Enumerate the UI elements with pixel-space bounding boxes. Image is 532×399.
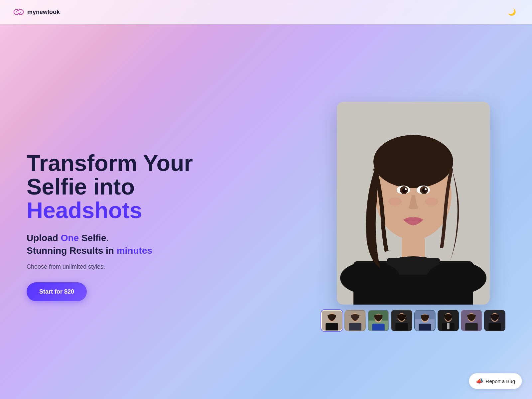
main-content: Transform Your Selfie into Headshots Upl… [0, 24, 532, 399]
hero-text: Transform Your Selfie into Headshots Upl… [27, 131, 226, 302]
main-portrait-card [337, 102, 490, 305]
navbar: mynewlook 🌙 [0, 0, 532, 24]
hero-description: Choose from unlimited styles. [27, 263, 226, 270]
hero-image-area [321, 102, 505, 331]
svg-point-18 [388, 198, 402, 205]
dark-mode-button[interactable]: 🌙 [505, 5, 519, 19]
hero-subtitle: Upload One Selfie. Stunning Results in m… [27, 232, 226, 257]
thumbnail-7[interactable] [461, 310, 482, 331]
svg-point-17 [425, 188, 427, 190]
hero-title-line2: Headshots [27, 199, 226, 222]
svg-point-19 [425, 198, 438, 205]
thumbnail-2[interactable] [344, 310, 366, 331]
report-bug-label: Report a Bug [486, 378, 515, 384]
thumbnail-5[interactable] [414, 310, 436, 331]
svg-point-6 [340, 261, 400, 295]
svg-rect-46 [488, 323, 501, 331]
nav-right: 🌙 [505, 5, 519, 19]
desc-underline: unlimited [63, 263, 86, 270]
svg-rect-43 [465, 323, 478, 331]
svg-rect-22 [326, 323, 338, 331]
logo-icon [13, 9, 24, 15]
cta-button[interactable]: Start for $20 [27, 282, 87, 301]
thumbnail-3[interactable] [368, 310, 389, 331]
hero-title-line1: Transform Your Selfie into [27, 151, 226, 199]
subtitle-highlight2: minutes [117, 245, 152, 256]
subtitle-part2: Selfie. [79, 233, 109, 243]
moon-icon: 🌙 [508, 8, 516, 16]
subtitle-line2-part1: Stunning Results in [27, 245, 117, 256]
app-name: mynewlook [27, 9, 60, 16]
report-bug-button[interactable]: 📣 Report a Bug [469, 373, 522, 389]
svg-rect-25 [349, 323, 361, 331]
thumbnail-1[interactable] [321, 310, 342, 331]
subtitle-part1: Upload [27, 233, 61, 243]
portrait-background [337, 102, 490, 305]
svg-rect-32 [395, 323, 408, 331]
desc-part2: styles. [86, 263, 105, 270]
thumbnail-6[interactable] [438, 310, 459, 331]
subtitle-highlight1: One [61, 233, 79, 243]
svg-point-7 [427, 261, 486, 295]
thumbnail-4[interactable] [391, 310, 412, 331]
thumbnail-strip [321, 310, 505, 331]
thumbnail-8[interactable] [484, 310, 505, 331]
megaphone-icon: 📣 [476, 377, 483, 385]
svg-rect-40 [447, 323, 450, 329]
nav-logo: mynewlook [13, 9, 60, 16]
desc-part1: Choose from [27, 263, 63, 270]
svg-point-16 [405, 188, 407, 190]
svg-rect-29 [372, 324, 385, 331]
svg-rect-36 [419, 324, 431, 331]
